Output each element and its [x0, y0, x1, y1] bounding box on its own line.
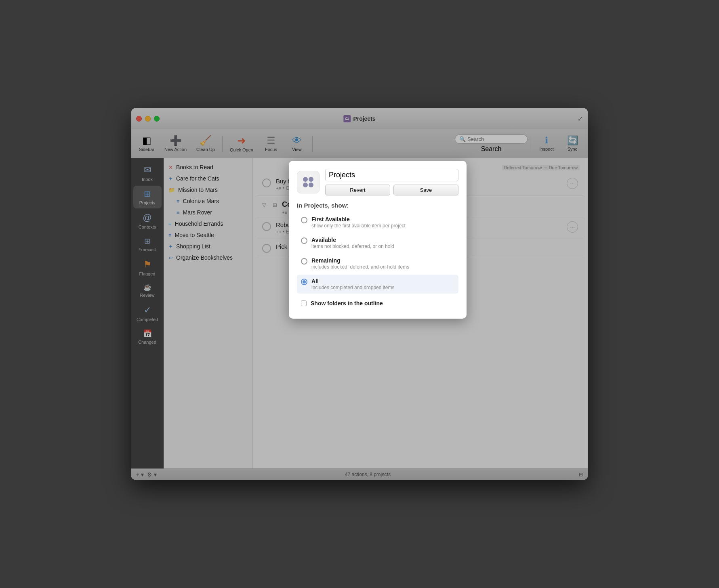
popover-name-input[interactable] — [325, 169, 458, 181]
show-folders-label: Show folders in the outline — [311, 300, 383, 307]
first-available-title: First Available — [311, 216, 406, 223]
radio-circle-available — [301, 237, 307, 244]
radio-text-first: First Available show only the first avai… — [311, 216, 406, 229]
popover: Revert Save In Projects, show: First Ava… — [289, 161, 467, 319]
radio-circle-all — [301, 279, 307, 285]
radio-all[interactable]: All includes completed and dropped items — [297, 275, 458, 294]
all-desc: includes completed and dropped items — [311, 285, 394, 290]
radio-text-remaining: Remaining includes blocked, deferred, an… — [311, 257, 409, 270]
radio-circle-remaining — [301, 258, 307, 265]
popover-btn-row: Revert Save — [325, 185, 458, 195]
popover-title-area: Revert Save — [325, 169, 458, 195]
popover-header: Revert Save — [297, 169, 458, 195]
revert-button[interactable]: Revert — [325, 185, 390, 195]
svg-point-0 — [303, 177, 308, 182]
first-available-desc: show only the first available item per p… — [311, 223, 406, 229]
remaining-title: Remaining — [311, 257, 409, 264]
show-folders-row[interactable]: Show folders in the outline — [297, 296, 458, 311]
svg-point-2 — [303, 183, 308, 187]
svg-point-1 — [309, 177, 313, 182]
remaining-desc: includes blocked, deferred, and on-hold … — [311, 264, 409, 270]
save-button[interactable]: Save — [393, 185, 458, 195]
available-desc: items not blocked, deferred, or on hold — [311, 244, 394, 249]
radio-remaining[interactable]: Remaining includes blocked, deferred, an… — [297, 254, 458, 273]
popover-projects-icon — [302, 176, 315, 189]
radio-available[interactable]: Available items not blocked, deferred, o… — [297, 233, 458, 252]
popover-section-label: In Projects, show: — [297, 202, 458, 209]
radio-text-available: Available items not blocked, deferred, o… — [311, 237, 394, 249]
radio-circle-first — [301, 217, 307, 223]
show-folders-checkbox[interactable] — [301, 300, 307, 306]
radio-text-all: All includes completed and dropped items — [311, 278, 394, 290]
svg-point-3 — [309, 183, 313, 187]
popover-icon-box — [297, 171, 320, 193]
available-title: Available — [311, 237, 394, 243]
radio-first-available[interactable]: First Available show only the first avai… — [297, 213, 458, 232]
app-window: 🗂 Projects ⤢ ◧ Sidebar ➕ New Action 🧹 Cl… — [131, 108, 588, 480]
all-title: All — [311, 278, 394, 284]
